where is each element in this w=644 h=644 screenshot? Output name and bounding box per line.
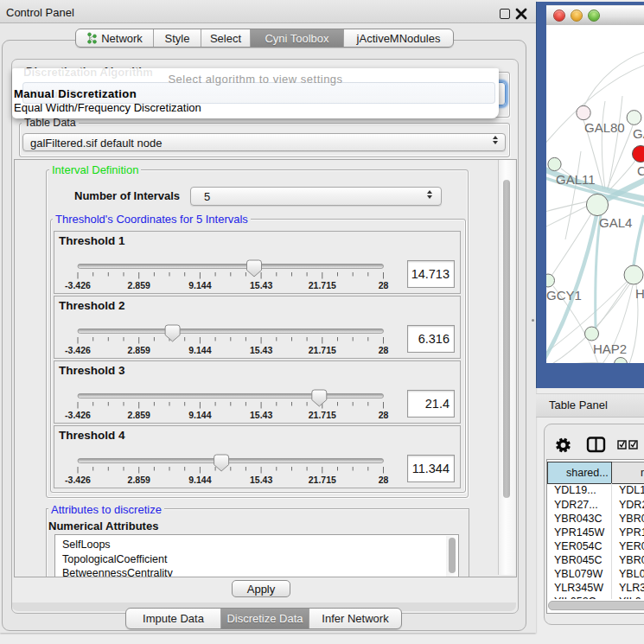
svg-text:28: 28 (379, 345, 389, 355)
svg-text:GAL4: GAL4 (599, 215, 632, 230)
svg-text:15.43: 15.43 (250, 410, 272, 420)
svg-text:9.144: 9.144 (188, 345, 211, 355)
svg-text:21.715: 21.715 (309, 410, 336, 420)
svg-text:GAL11: GAL11 (556, 172, 596, 187)
svg-text:28: 28 (379, 475, 389, 485)
svg-text:9.144: 9.144 (188, 475, 211, 485)
svg-text:-3.426: -3.426 (65, 280, 91, 290)
svg-text:H: H (635, 286, 644, 301)
svg-text:21.715: 21.715 (309, 345, 336, 355)
svg-text:2.859: 2.859 (128, 280, 150, 290)
svg-text:-3.426: -3.426 (65, 475, 91, 485)
svg-text:9.144: 9.144 (188, 280, 211, 290)
svg-text:15.43: 15.43 (250, 345, 272, 355)
svg-text:9.144: 9.144 (188, 410, 211, 420)
svg-text:-3.426: -3.426 (65, 410, 91, 420)
svg-text:15.43: 15.43 (250, 475, 272, 485)
svg-text:2.859: 2.859 (128, 475, 150, 485)
svg-text:21.715: 21.715 (309, 475, 336, 485)
svg-text:-3.426: -3.426 (65, 345, 91, 355)
svg-text:2.859: 2.859 (128, 345, 150, 355)
svg-text:28: 28 (379, 410, 389, 420)
svg-text:GA: GA (633, 126, 644, 141)
svg-text:21.715: 21.715 (309, 280, 336, 290)
svg-text:C: C (637, 163, 644, 178)
svg-text:2.859: 2.859 (128, 410, 150, 420)
svg-text:HAP2: HAP2 (593, 341, 627, 356)
svg-text:GCY1: GCY1 (546, 288, 582, 303)
svg-text:GAL80: GAL80 (584, 120, 625, 135)
svg-text:28: 28 (379, 280, 389, 290)
svg-text:15.43: 15.43 (250, 280, 272, 290)
